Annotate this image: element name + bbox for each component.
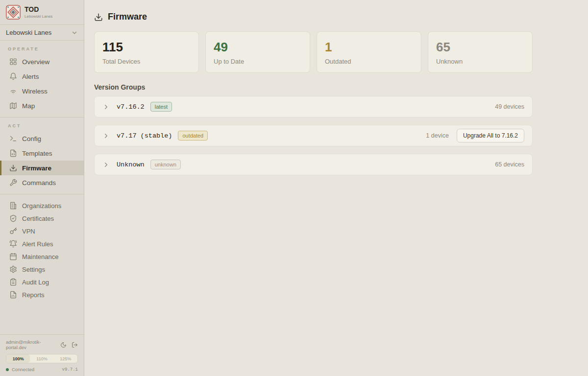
sidebar-item-label: Firmware — [22, 164, 51, 172]
sidebar-item-label: Certificates — [22, 215, 54, 222]
sidebar-footer: admin@mikrotik-portal.dev 100% 110% 125%… — [0, 334, 84, 376]
stats-grid: 115 Total Devices 49 Up to Date 1 Outdat… — [94, 31, 533, 73]
sidebar-item-templates[interactable]: Templates — [0, 146, 84, 161]
sidebar-item-label: Maintenance — [22, 253, 58, 260]
sidebar-item-organizations[interactable]: Organizations — [0, 199, 84, 212]
stat-label: Total Devices — [102, 58, 191, 65]
stat-label: Outdated — [325, 58, 413, 65]
sidebar-item-map[interactable]: Map — [0, 98, 84, 113]
status-badge: unknown — [150, 160, 181, 169]
zoom-option-100[interactable]: 100% — [6, 354, 30, 363]
sidebar-item-config[interactable]: Config — [0, 131, 84, 146]
wifi-icon — [9, 87, 17, 95]
report-icon — [9, 291, 17, 299]
sidebar-item-label: Audit Log — [22, 279, 49, 286]
stat-card-total-devices: 115 Total Devices — [94, 31, 199, 73]
sidebar-admin-group: Organizations Certificates VPN Alert Rul… — [0, 199, 84, 301]
gear-icon — [9, 265, 17, 273]
sidebar-item-label: Map — [22, 102, 35, 110]
stat-value: 49 — [214, 40, 302, 54]
sidebar-item-alerts[interactable]: Alerts — [0, 69, 84, 84]
version-group-row-unknown[interactable]: Unknown unknown 65 devices — [94, 154, 533, 175]
sidebar-item-label: Alert Rules — [22, 240, 53, 248]
download-icon — [9, 164, 17, 172]
chevron-right-icon[interactable] — [102, 161, 110, 168]
main-content: Firmware 115 Total Devices 49 Up to Date… — [84, 0, 588, 376]
device-count: 1 device — [426, 132, 449, 139]
sidebar: TOD Lebowski Lanes Lebowski Lanes OPERAT… — [0, 0, 84, 376]
connection-status: Connected — [12, 367, 34, 372]
chevron-down-icon — [71, 29, 78, 36]
bell-ring-icon — [9, 240, 17, 248]
clipboard-icon — [9, 278, 17, 286]
zoom-option-110[interactable]: 110% — [30, 354, 53, 363]
brand-text: TOD Lebowski Lanes — [24, 6, 52, 19]
calendar-icon — [9, 253, 17, 260]
chevron-right-icon[interactable] — [102, 103, 110, 111]
wrench-icon — [9, 179, 17, 187]
download-icon — [94, 13, 103, 22]
stat-card-outdated: 1 Outdated — [317, 31, 421, 73]
grid-icon — [9, 58, 17, 66]
version-label: Unknown — [117, 161, 145, 168]
stat-card-unknown: 65 Unknown — [428, 31, 533, 73]
sidebar-item-vpn[interactable]: VPN — [0, 225, 84, 237]
sidebar-item-alert-rules[interactable]: Alert Rules — [0, 237, 84, 250]
brand: TOD Lebowski Lanes — [0, 0, 84, 25]
status-dot — [6, 368, 9, 371]
sidebar-item-overview[interactable]: Overview — [0, 54, 84, 69]
stat-label: Unknown — [436, 58, 524, 65]
sidebar-item-certificates[interactable]: Certificates — [0, 212, 84, 225]
sidebar-item-reports[interactable]: Reports — [0, 288, 84, 301]
status-badge: outdated — [178, 131, 208, 141]
sidebar-item-label: Config — [22, 135, 41, 142]
file-code-icon — [9, 149, 17, 157]
bell-icon — [9, 72, 17, 80]
version-group-row-v7-16-2[interactable]: v7.16.2 latest 49 devices — [94, 96, 533, 118]
app-version: v9.7.1 — [62, 367, 78, 372]
sidebar-item-settings[interactable]: Settings — [0, 263, 84, 276]
stat-card-up-to-date: 49 Up to Date — [205, 31, 310, 73]
page-header: Firmware — [94, 12, 533, 22]
section-label-operate: OPERATE — [0, 41, 84, 54]
stat-label: Up to Date — [214, 58, 302, 65]
moon-icon[interactable] — [60, 342, 67, 348]
org-selector[interactable]: Lebowski Lanes — [0, 25, 84, 41]
chevron-right-icon[interactable] — [102, 132, 110, 140]
version-group-row-v7-17-stable[interactable]: v7.17 (stable) outdated 1 device Upgrade… — [94, 125, 533, 146]
terminal-icon — [9, 135, 17, 142]
version-label: v7.16.2 — [117, 103, 145, 111]
version-label: v7.17 (stable) — [117, 132, 172, 140]
brand-name: TOD — [24, 6, 52, 13]
version-groups-heading: Version Groups — [94, 83, 533, 91]
logout-icon[interactable] — [72, 342, 78, 348]
upgrade-all-button[interactable]: Upgrade All to 7.16.2 — [457, 129, 524, 142]
sidebar-item-label: Reports — [22, 291, 45, 299]
sidebar-item-wireless[interactable]: Wireless — [0, 84, 84, 98]
sidebar-item-maintenance[interactable]: Maintenance — [0, 250, 84, 263]
building-icon — [9, 202, 17, 210]
user-email: admin@mikrotik-portal.dev — [6, 339, 60, 350]
sidebar-item-commands[interactable]: Commands — [0, 175, 84, 190]
rug-motif-icon — [6, 5, 21, 20]
connection-status-row: Connected v9.7.1 — [6, 367, 78, 372]
sidebar-item-firmware[interactable]: Firmware — [0, 161, 84, 175]
device-count: 65 devices — [495, 161, 524, 168]
sidebar-item-label: Templates — [22, 150, 52, 157]
sidebar-item-label: Settings — [22, 266, 45, 273]
section-label-act: ACT — [0, 118, 84, 131]
map-icon — [9, 102, 17, 110]
stat-value: 115 — [102, 40, 191, 54]
stat-value: 65 — [436, 40, 524, 54]
sidebar-item-label: Organizations — [22, 202, 61, 210]
zoom-option-125[interactable]: 125% — [54, 354, 77, 363]
page-title: Firmware — [108, 12, 147, 22]
sidebar-item-label: VPN — [22, 228, 35, 235]
stat-value: 1 — [325, 40, 413, 54]
brand-subtitle: Lebowski Lanes — [24, 14, 52, 19]
sidebar-item-label: Alerts — [22, 73, 39, 80]
org-selector-value: Lebowski Lanes — [6, 29, 51, 36]
sidebar-item-label: Wireless — [22, 88, 48, 95]
sidebar-item-audit-log[interactable]: Audit Log — [0, 276, 84, 288]
shield-check-icon — [9, 214, 17, 222]
